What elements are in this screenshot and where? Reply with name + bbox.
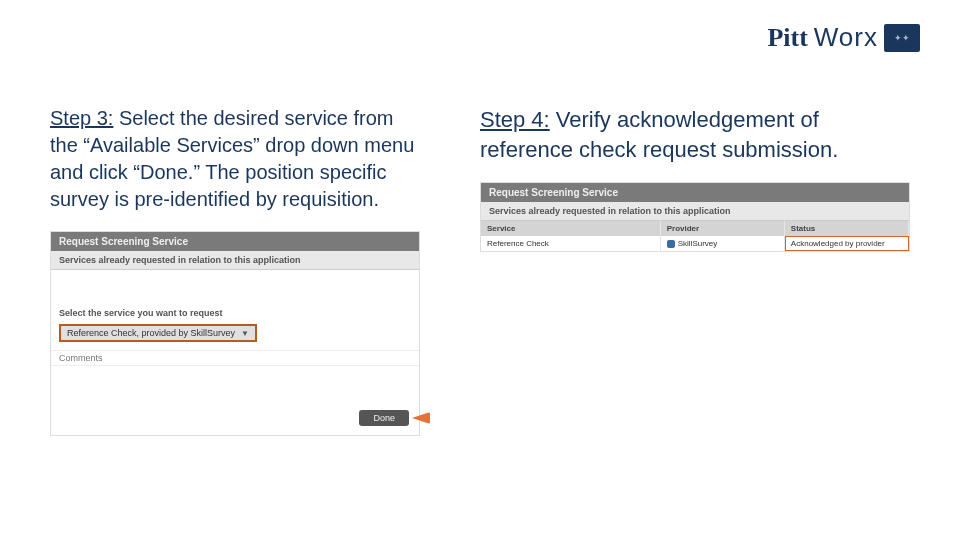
col-service: Service — [481, 221, 661, 236]
step-3-column: Step 3: Select the desired service from … — [50, 105, 420, 436]
requested-services-body — [51, 270, 419, 300]
request-screening-panel-step3: Request Screening Service Services alrea… — [50, 231, 420, 436]
logo-pitt-text: Pitt — [767, 23, 807, 53]
panel-title-r: Request Screening Service — [481, 183, 909, 202]
brand-logo: Pitt Worx ✦✦ — [767, 22, 920, 53]
panel-subtitle: Services already requested in relation t… — [51, 251, 419, 270]
status-table-row: Reference Check SkillSurvey Acknowledged… — [481, 236, 909, 251]
panel-subtitle-r: Services already requested in relation t… — [481, 202, 909, 221]
shield-icon: ✦✦ — [884, 24, 920, 52]
step-3-label: Step 3: — [50, 107, 113, 129]
dropdown-selected-value: Reference Check, provided by SkillSurvey — [67, 328, 235, 338]
step-4-heading: Step 4: Verify acknowledgement of refere… — [480, 105, 910, 164]
step-4-label: Step 4: — [480, 107, 550, 132]
cell-provider-text: SkillSurvey — [678, 239, 718, 248]
col-provider: Provider — [661, 221, 785, 236]
panel-title: Request Screening Service — [51, 232, 419, 251]
step-3-heading: Step 3: Select the desired service from … — [50, 105, 420, 213]
available-services-dropdown[interactable]: Reference Check, provided by SkillSurvey… — [59, 324, 257, 342]
cell-service: Reference Check — [481, 236, 661, 251]
provider-icon — [667, 240, 675, 248]
arrow-left-icon — [412, 412, 430, 424]
logo-worx-text: Worx — [814, 22, 878, 53]
comments-textarea[interactable] — [51, 365, 419, 405]
request-screening-panel-step4: Request Screening Service Services alrea… — [480, 182, 910, 252]
status-table-header: Service Provider Status — [481, 221, 909, 236]
col-status: Status — [785, 221, 909, 236]
comments-label: Comments — [51, 350, 419, 365]
step-4-column: Step 4: Verify acknowledgement of refere… — [480, 105, 910, 436]
select-service-label: Select the service you want to request — [51, 300, 419, 320]
cell-provider: SkillSurvey — [661, 236, 785, 251]
cell-status: Acknowledged by provider — [785, 236, 909, 251]
chevron-down-icon: ▼ — [241, 329, 249, 338]
done-button[interactable]: Done — [359, 410, 409, 426]
